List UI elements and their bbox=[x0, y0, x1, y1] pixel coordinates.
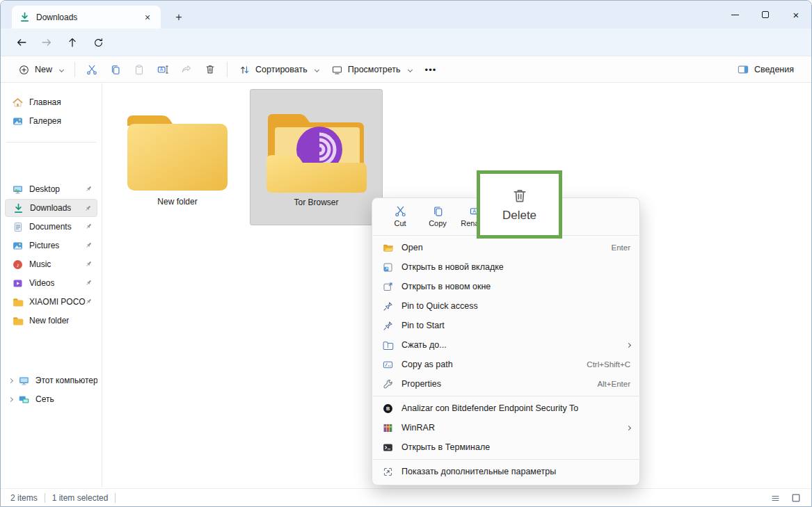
menu-shortcut: Ctrl+Shift+C bbox=[587, 360, 630, 369]
menu-item-properties[interactable]: Properties Alt+Enter bbox=[376, 374, 636, 394]
sidebar-item-pictures[interactable]: Pictures bbox=[5, 236, 97, 255]
sidebar-item-documents[interactable]: Documents bbox=[5, 218, 97, 236]
tab-downloads[interactable]: Downloads × bbox=[12, 6, 161, 29]
menu-item-show-more-options[interactable]: Показать дополнительные параметры bbox=[376, 462, 636, 481]
details-pane-button[interactable]: Сведения bbox=[731, 59, 800, 80]
menu-item-compress[interactable]: Сжать до... bbox=[376, 335, 636, 355]
paste-button[interactable] bbox=[127, 59, 151, 80]
sort-icon bbox=[239, 64, 250, 76]
navigation-bar: Downloads Поиск в: Downloads bbox=[1, 29, 811, 56]
music-icon: ♪ bbox=[12, 259, 24, 271]
expand-chevron-icon[interactable] bbox=[8, 378, 13, 383]
menu-item-open-new-window[interactable]: Открыть в новом окне bbox=[376, 277, 636, 296]
sidebar-item-desktop[interactable]: Desktop bbox=[5, 180, 97, 198]
cut-menu-button[interactable]: Cut bbox=[382, 200, 418, 232]
menu-item-open-new-tab[interactable]: Открыть в новой вкладке bbox=[376, 257, 636, 277]
sort-button-label: Сортировать bbox=[255, 65, 308, 74]
delete-button[interactable] bbox=[198, 59, 222, 80]
view-button-label: Просмотреть bbox=[348, 65, 401, 74]
menu-item-label: Analizar con Bitdefender Endpoint Securi… bbox=[401, 403, 578, 413]
pin-icon bbox=[83, 241, 93, 250]
back-button[interactable] bbox=[12, 34, 31, 51]
menu-item-copy-as-path[interactable]: Copy as path Ctrl+Shift+C bbox=[376, 355, 636, 374]
refresh-button[interactable] bbox=[88, 34, 108, 51]
selection-count: 1 item selected bbox=[52, 493, 109, 503]
sidebar-item-music[interactable]: ♪ Music bbox=[5, 255, 97, 273]
view-button[interactable]: Просмотреть bbox=[325, 59, 418, 80]
sidebar-item-this-pc[interactable]: Этот компьютер bbox=[5, 371, 97, 389]
gallery-icon bbox=[12, 115, 24, 127]
sidebar-item-new-folder[interactable]: New folder bbox=[5, 312, 97, 330]
pin-icon bbox=[83, 222, 93, 232]
sidebar-item-xiaomi-poco[interactable]: XIAOMI POCO F bbox=[5, 293, 97, 311]
rename-button[interactable]: A bbox=[151, 59, 175, 80]
submenu-chevron-icon bbox=[626, 342, 631, 347]
trash-icon bbox=[204, 63, 216, 76]
status-separator bbox=[115, 493, 116, 503]
new-tab-button[interactable]: + bbox=[170, 8, 188, 26]
minimize-button[interactable] bbox=[719, 1, 750, 29]
up-button[interactable] bbox=[63, 34, 82, 51]
menu-item-open[interactable]: Open Enter bbox=[376, 238, 636, 257]
open-folder-icon bbox=[382, 242, 394, 254]
large-icons-view-toggle-icon[interactable] bbox=[790, 492, 802, 504]
copy-menu-button[interactable]: Copy bbox=[420, 200, 456, 232]
menu-item-label: Открыть в новом окне bbox=[401, 282, 491, 291]
copy-button[interactable] bbox=[104, 59, 127, 80]
toolbar-separator bbox=[227, 62, 228, 77]
menu-item-open-terminal[interactable]: Открыть в Терминале bbox=[376, 437, 636, 457]
sidebar-item-home[interactable]: Главная bbox=[5, 93, 97, 111]
open-new-window-icon bbox=[382, 281, 394, 293]
sidebar-item-label: Desktop bbox=[29, 184, 60, 194]
share-button[interactable] bbox=[175, 59, 198, 80]
menu-item-winrar[interactable]: WinRAR bbox=[376, 418, 636, 437]
folder-icon bbox=[122, 107, 233, 195]
file-tile-new-folder[interactable]: New folder bbox=[116, 89, 239, 225]
sort-button[interactable]: Сортировать bbox=[232, 59, 325, 80]
sidebar-divider bbox=[6, 142, 96, 143]
chevron-down-icon bbox=[315, 67, 319, 72]
paste-icon bbox=[133, 63, 145, 76]
sidebar-item-label: Downloads bbox=[30, 203, 71, 213]
expand-chevron-icon[interactable] bbox=[8, 396, 13, 401]
tab-close-icon[interactable]: × bbox=[140, 10, 155, 25]
menu-item-bitdefender-scan[interactable]: B Analizar con Bitdefender Endpoint Secu… bbox=[376, 399, 636, 418]
svg-text:A: A bbox=[160, 67, 164, 72]
copy-icon bbox=[109, 63, 122, 76]
menu-item-label: Open bbox=[401, 243, 423, 252]
sidebar-item-label: Pictures bbox=[29, 241, 59, 250]
sidebar-item-label: Главная bbox=[29, 97, 61, 107]
sidebar-item-gallery[interactable]: Галерея bbox=[5, 112, 97, 130]
status-bar: 2 items 1 item selected bbox=[1, 488, 811, 507]
file-name: Tor Browser bbox=[294, 198, 338, 207]
menu-item-pin-quick-access[interactable]: Pin to Quick access bbox=[376, 296, 636, 316]
sidebar-item-videos[interactable]: Videos bbox=[5, 274, 97, 292]
cut-icon bbox=[86, 63, 98, 76]
chevron-down-icon bbox=[59, 67, 64, 72]
download-icon bbox=[19, 11, 31, 23]
list-view-toggle-icon[interactable] bbox=[770, 493, 781, 504]
sidebar-item-downloads[interactable]: Downloads bbox=[5, 199, 97, 217]
quick-action-label: Copy bbox=[429, 219, 447, 227]
menu-item-pin-start[interactable]: Pin to Start bbox=[376, 316, 636, 335]
new-button-label: New bbox=[35, 65, 52, 74]
menu-separator bbox=[373, 459, 639, 460]
close-button[interactable]: × bbox=[781, 1, 811, 29]
maximize-icon bbox=[762, 11, 769, 18]
view-icon bbox=[331, 64, 343, 76]
svg-text:B: B bbox=[386, 405, 390, 412]
quick-action-label: Cut bbox=[394, 219, 406, 227]
forward-arrow-icon bbox=[40, 36, 53, 49]
sidebar-item-network[interactable]: Сеть bbox=[5, 390, 97, 408]
document-icon bbox=[12, 221, 24, 233]
menu-item-label: Открыть в Терминале bbox=[401, 442, 490, 452]
menu-shortcut: Enter bbox=[612, 243, 631, 252]
new-button[interactable]: New bbox=[12, 59, 70, 80]
show-more-options-icon bbox=[382, 466, 394, 478]
more-options-button[interactable]: ••• bbox=[418, 65, 444, 75]
delete-highlight-annotation[interactable]: Delete bbox=[477, 170, 562, 239]
cut-button[interactable] bbox=[80, 59, 104, 80]
file-tile-tor-browser[interactable]: Tor Browser bbox=[250, 89, 383, 225]
maximize-button[interactable] bbox=[750, 1, 781, 29]
forward-button[interactable] bbox=[37, 34, 56, 51]
